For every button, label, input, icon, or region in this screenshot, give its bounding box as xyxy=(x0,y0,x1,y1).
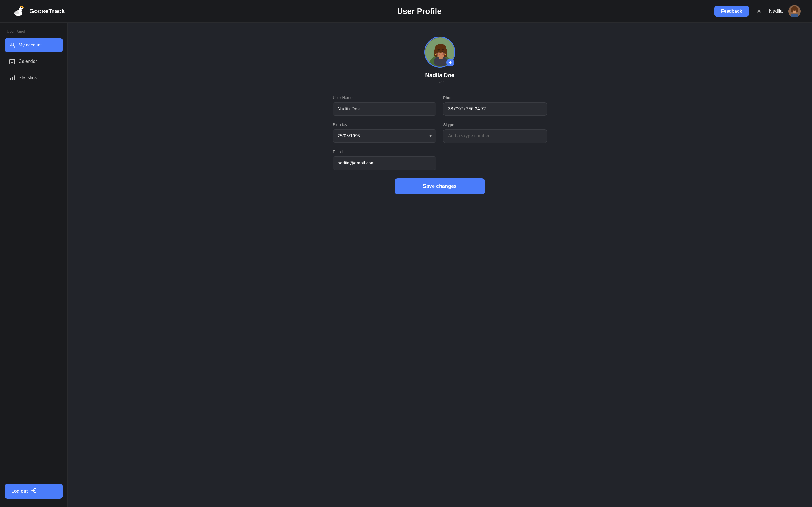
svg-point-29 xyxy=(438,51,439,53)
phone-group: Phone xyxy=(443,96,547,116)
svg-point-14 xyxy=(11,43,13,45)
svg-point-12 xyxy=(796,8,798,12)
form-row-3: Email xyxy=(333,150,547,170)
svg-rect-16 xyxy=(11,62,11,62)
svg-rect-20 xyxy=(13,75,15,80)
sidebar: User Panel My account Calendar xyxy=(0,22,68,507)
goosetrack-logo-icon xyxy=(11,4,26,18)
header-actions: Feedback ☀ Nadiia xyxy=(714,5,801,17)
svg-point-32 xyxy=(443,51,444,52)
theme-toggle-button[interactable]: ☀ xyxy=(755,7,763,16)
svg-point-11 xyxy=(791,8,793,12)
header-user-avatar[interactable] xyxy=(788,5,801,17)
email-group: Email xyxy=(333,150,437,170)
save-changes-button[interactable]: Save changes xyxy=(395,178,485,194)
svg-rect-17 xyxy=(12,62,13,62)
add-photo-button[interactable]: + xyxy=(446,59,454,66)
sidebar-item-statistics-label: Statistics xyxy=(18,75,37,80)
logout-label: Log out xyxy=(11,489,28,494)
svg-point-36 xyxy=(445,54,446,55)
email-label: Email xyxy=(333,150,437,154)
app-name: GooseTrack xyxy=(29,8,65,15)
sidebar-panel-label: User Panel xyxy=(4,29,63,34)
profile-avatar-wrapper: + xyxy=(424,37,455,68)
sidebar-item-my-account[interactable]: My account xyxy=(4,38,63,52)
sidebar-item-statistics[interactable]: Statistics xyxy=(4,71,63,85)
birthday-group: Birthday 25/08/1995 01/01/1990 15/03/198… xyxy=(333,122,437,143)
header: GooseTrack User Profile Feedback ☀ Nadii… xyxy=(0,0,812,22)
main-content: + Nadiia Doe User User Name Phone xyxy=(68,22,812,507)
form-row-1: User Name Phone xyxy=(333,96,547,116)
svg-rect-19 xyxy=(11,76,13,80)
birthday-select-wrapper: 25/08/1995 01/01/1990 15/03/1985 ▼ xyxy=(333,129,437,143)
svg-point-31 xyxy=(439,51,439,52)
sidebar-item-calendar-label: Calendar xyxy=(18,59,37,64)
birthday-select[interactable]: 25/08/1995 01/01/1990 15/03/1985 xyxy=(333,129,437,143)
username-input[interactable] xyxy=(333,102,437,116)
header-user-name: Nadiia xyxy=(769,8,783,14)
user-icon xyxy=(9,42,15,48)
svg-rect-6 xyxy=(20,6,22,7)
sidebar-item-my-account-label: My account xyxy=(18,43,42,48)
profile-name: Nadiia Doe xyxy=(425,72,454,78)
sidebar-item-calendar[interactable]: Calendar xyxy=(4,54,63,68)
profile-role: User xyxy=(436,80,444,84)
page-title: User Profile xyxy=(397,7,442,16)
username-label: User Name xyxy=(333,96,437,100)
phone-input[interactable] xyxy=(443,102,547,116)
skype-input[interactable] xyxy=(443,129,547,143)
svg-rect-18 xyxy=(10,78,11,80)
skype-group: Skype xyxy=(443,122,547,143)
logout-button[interactable]: Log out xyxy=(4,484,63,499)
email-input[interactable] xyxy=(333,156,437,170)
calendar-icon xyxy=(9,58,15,64)
logout-icon xyxy=(31,488,36,495)
profile-form: User Name Phone Birthday 25/08/1995 01/0… xyxy=(333,96,547,194)
svg-point-33 xyxy=(436,53,439,55)
phone-label: Phone xyxy=(443,96,547,100)
svg-point-34 xyxy=(443,53,446,55)
sun-icon: ☀ xyxy=(756,8,762,15)
form-row-2: Birthday 25/08/1995 01/01/1990 15/03/198… xyxy=(333,122,547,143)
main-layout: User Panel My account Calendar xyxy=(0,22,812,507)
feedback-button[interactable]: Feedback xyxy=(714,6,749,17)
username-group: User Name xyxy=(333,96,437,116)
profile-avatar-section: + Nadiia Doe User xyxy=(424,37,455,84)
svg-point-35 xyxy=(435,54,436,55)
statistics-icon xyxy=(9,75,15,81)
logo-section: GooseTrack xyxy=(11,4,65,18)
skype-label: Skype xyxy=(443,122,547,127)
birthday-label: Birthday xyxy=(333,122,437,127)
svg-point-30 xyxy=(442,51,444,53)
